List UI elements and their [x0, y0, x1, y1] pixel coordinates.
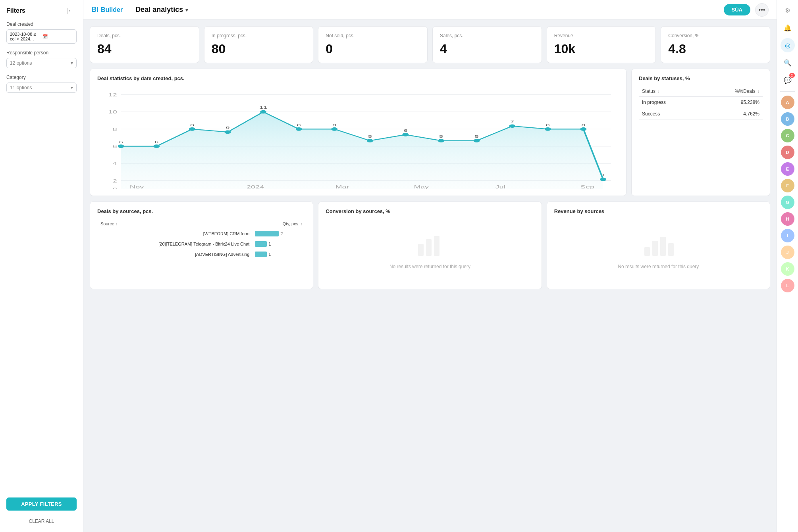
- kpi-value-3: 4: [440, 42, 534, 56]
- svg-text:Jul: Jul: [495, 184, 505, 189]
- svg-rect-54: [652, 241, 658, 256]
- source-qty: 1: [253, 250, 305, 259]
- avatar-7[interactable]: G: [781, 196, 794, 209]
- bar-value: 1: [268, 242, 271, 246]
- svg-point-16: [189, 127, 195, 131]
- no-results-bars-icon: [414, 232, 446, 260]
- date-range-input[interactable]: 2023-10-08 ≤ col < 2024... 📅: [6, 29, 77, 44]
- kpi-row: Deals, pcs. 84 In progress, pcs. 80 Not …: [90, 26, 770, 63]
- conversion-chart-card: Conversion by sources, % No results were…: [318, 202, 542, 289]
- avatar-5[interactable]: E: [781, 162, 794, 176]
- sua-button[interactable]: SÚA: [724, 4, 750, 15]
- avatar-4[interactable]: D: [781, 146, 794, 159]
- svg-text:6: 6: [403, 128, 407, 133]
- calendar-icon: 📅: [42, 34, 73, 39]
- category-select[interactable]: 11 options ▾: [6, 83, 77, 93]
- search-icon-symbol: 🔍: [784, 59, 792, 67]
- responsible-person-label: Responsible person: [6, 50, 77, 56]
- settings-icon-symbol: ⚙: [785, 7, 790, 14]
- avatar-2[interactable]: B: [781, 112, 794, 126]
- avatar-1[interactable]: A: [781, 96, 794, 109]
- search-icon[interactable]: 🔍: [781, 56, 795, 70]
- sort-icon-4: ↕: [301, 222, 303, 226]
- kpi-card-0: Deals, pcs. 84: [90, 26, 199, 63]
- svg-point-15: [153, 144, 160, 148]
- svg-text:6: 6: [113, 144, 117, 149]
- kpi-value-2: 0: [326, 42, 420, 56]
- avatar-6[interactable]: F: [781, 179, 794, 192]
- svg-rect-55: [660, 237, 666, 256]
- avatar-3[interactable]: C: [781, 129, 794, 142]
- bar-fill: [255, 252, 267, 257]
- kpi-card-3: Sales, pcs. 4: [432, 26, 542, 63]
- svg-point-18: [260, 110, 266, 114]
- chart-icon[interactable]: ◎: [781, 38, 795, 52]
- kpi-value-1: 80: [212, 42, 306, 56]
- line-chart-card: Deal statistics by date created, pcs. 12…: [90, 69, 626, 196]
- svg-text:1: 1: [601, 173, 605, 177]
- svg-text:4: 4: [113, 161, 117, 166]
- svg-text:5: 5: [368, 134, 372, 138]
- clear-all-button[interactable]: CLEAR ALL: [6, 517, 77, 526]
- source-col-header: Source ↕: [98, 220, 252, 228]
- svg-text:6: 6: [154, 140, 158, 144]
- bottom-row: Deals by sources, pcs. Source ↕ Qty, pcs…: [90, 202, 770, 289]
- svg-text:8: 8: [332, 123, 336, 127]
- kpi-label-5: Conversion, %: [668, 33, 763, 38]
- settings-icon[interactable]: ⚙: [781, 3, 795, 17]
- bar-value: 2: [280, 231, 283, 236]
- svg-text:Sep: Sep: [580, 184, 595, 189]
- bar-value: 1: [268, 252, 271, 257]
- bell-icon[interactable]: 🔔: [781, 21, 795, 35]
- sort-icon-2: ↕: [758, 89, 759, 94]
- status-percent: 95.238%: [700, 97, 763, 108]
- collapse-sidebar-button[interactable]: |←: [64, 6, 77, 15]
- conversion-chart-title: Conversion by sources, %: [326, 208, 534, 214]
- table-row: In progress95.238%: [639, 97, 763, 108]
- source-name: [20][TELEGRAM] Telegram - Bitrix24 Live …: [98, 239, 252, 249]
- kpi-value-0: 84: [97, 42, 192, 56]
- svg-point-26: [545, 127, 551, 131]
- kpi-value-5: 4.8: [668, 42, 763, 56]
- avatar-10[interactable]: J: [781, 246, 794, 259]
- left-sidebar: Filters |← Deal created 2023-10-08 ≤ col…: [0, 0, 83, 532]
- apply-filters-button[interactable]: APPLY FILTERS: [6, 497, 77, 511]
- svg-point-20: [331, 127, 337, 131]
- table-row: [WEBFORM] CRM form 2: [98, 229, 305, 238]
- status-name: Success: [639, 108, 700, 120]
- bar-fill: [255, 241, 267, 247]
- date-range-value: 2023-10-08 ≤ col < 2024...: [10, 32, 41, 41]
- sort-icon: ↕: [657, 89, 659, 94]
- svg-rect-56: [668, 243, 674, 256]
- svg-text:6: 6: [119, 140, 123, 144]
- revenue-no-results-text: No results were returned for this query: [618, 264, 699, 269]
- table-row: [ADVERTISING] Advertising 1: [98, 250, 305, 259]
- main-area: BI Builder Deal analytics ▾ SÚA ••• Deal…: [83, 0, 777, 532]
- more-options-button[interactable]: •••: [755, 3, 769, 17]
- filters-header: Filters |←: [6, 6, 77, 15]
- svg-text:10: 10: [108, 109, 117, 114]
- avatar-9[interactable]: I: [781, 229, 794, 242]
- avatar-8[interactable]: H: [781, 212, 794, 226]
- percent-col-header: %%Deals ↕: [700, 86, 763, 97]
- statuses-chart-title: Deals by statuses, %: [639, 75, 763, 81]
- avatar-12[interactable]: L: [781, 279, 794, 292]
- page-title-dropdown-icon[interactable]: ▾: [185, 7, 188, 13]
- kpi-card-5: Conversion, % 4.8: [661, 26, 770, 63]
- logo-builder: Builder: [101, 6, 123, 13]
- svg-point-27: [580, 127, 586, 131]
- responsible-person-select[interactable]: 12 options ▾: [6, 58, 77, 68]
- page-title: Deal analytics: [135, 6, 183, 14]
- status-name: In progress: [639, 97, 700, 108]
- svg-text:Nov: Nov: [130, 184, 144, 189]
- avatar-11[interactable]: K: [781, 262, 794, 276]
- chat-icon[interactable]: 💬2: [781, 73, 795, 87]
- svg-text:May: May: [414, 184, 429, 189]
- bell-icon-symbol: 🔔: [784, 24, 792, 32]
- svg-point-22: [402, 133, 409, 136]
- kpi-label-0: Deals, pcs.: [97, 33, 192, 38]
- status-col-header: Status ↕: [639, 86, 700, 97]
- statuses-table: Status ↕ %%Deals ↕ In progress95.238%Suc…: [639, 86, 763, 120]
- svg-text:8: 8: [297, 123, 301, 127]
- kpi-card-1: In progress, pcs. 80: [204, 26, 314, 63]
